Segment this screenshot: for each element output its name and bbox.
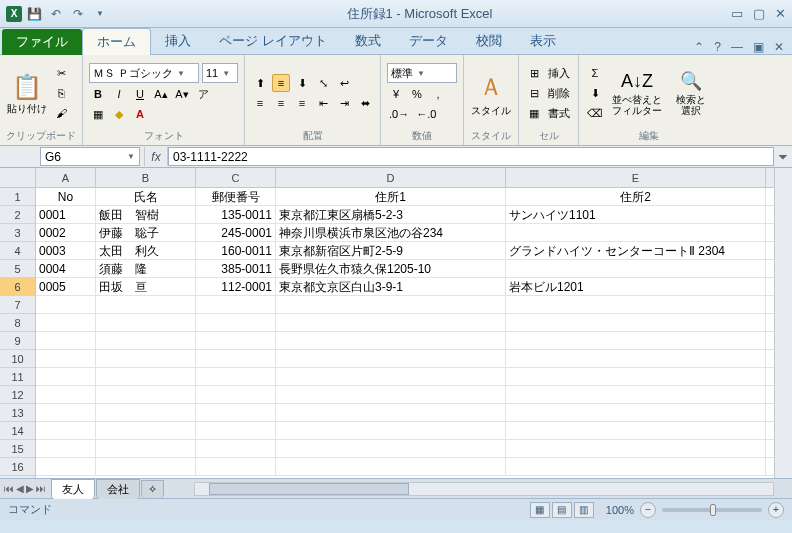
cell[interactable]: 郵便番号 — [196, 188, 276, 205]
border-icon[interactable]: ▦ — [89, 105, 107, 123]
cell[interactable] — [276, 332, 506, 349]
row-header[interactable]: 15 — [0, 440, 35, 458]
qat-dropdown-icon[interactable]: ▼ — [92, 6, 108, 22]
cell[interactable]: 須藤 隆 — [96, 260, 196, 277]
cell[interactable]: 東京都文京区白山3-9-1 — [276, 278, 506, 295]
cell[interactable] — [276, 314, 506, 331]
help-icon[interactable]: ? — [714, 40, 721, 54]
cell[interactable] — [196, 350, 276, 367]
styles-button[interactable]: Ａ スタイル — [470, 63, 512, 123]
zoom-out-button[interactable]: − — [640, 502, 656, 518]
close-button[interactable]: ✕ — [775, 6, 786, 21]
page-layout-view-icon[interactable]: ▤ — [552, 502, 572, 518]
decrease-font-icon[interactable]: A▾ — [173, 85, 191, 103]
delete-cells-button[interactable]: 削除 — [546, 84, 572, 102]
cell[interactable]: グランドハイツ・センターコートⅡ 2304 — [506, 242, 766, 259]
find-select-button[interactable]: 🔍 検索と 選択 — [669, 63, 713, 123]
page-break-view-icon[interactable]: ▥ — [574, 502, 594, 518]
cell[interactable] — [36, 386, 96, 403]
tab-4[interactable]: データ — [395, 28, 462, 55]
italic-button[interactable]: I — [110, 85, 128, 103]
cell[interactable] — [196, 458, 276, 475]
row-header[interactable]: 5 — [0, 260, 35, 278]
tab-1[interactable]: 挿入 — [151, 28, 205, 55]
cell[interactable] — [36, 296, 96, 313]
percent-icon[interactable]: % — [408, 85, 426, 103]
fill-color-icon[interactable]: ◆ — [110, 105, 128, 123]
cell[interactable] — [36, 440, 96, 457]
tab-0[interactable]: ホーム — [82, 28, 151, 55]
decrease-indent-icon[interactable]: ⇤ — [314, 94, 332, 112]
cell[interactable] — [276, 350, 506, 367]
cell[interactable]: サンハイツ1101 — [506, 206, 766, 223]
workbook-restore-icon[interactable]: ▣ — [753, 40, 764, 54]
delete-cells-icon[interactable]: ⊟ — [525, 84, 543, 102]
cell[interactable] — [96, 422, 196, 439]
row-header[interactable]: 3 — [0, 224, 35, 242]
maximize-button[interactable]: ▢ — [753, 6, 765, 21]
redo-icon[interactable]: ↷ — [70, 6, 86, 22]
row-header[interactable]: 10 — [0, 350, 35, 368]
copy-icon[interactable]: ⎘ — [52, 84, 70, 102]
font-name-combo[interactable]: ＭＳ Ｐゴシック▼ — [89, 63, 199, 83]
cell[interactable] — [96, 458, 196, 475]
row-header[interactable]: 13 — [0, 404, 35, 422]
align-left-icon[interactable]: ≡ — [251, 94, 269, 112]
cell[interactable]: 0003 — [36, 242, 96, 259]
number-format-combo[interactable]: 標準▼ — [387, 63, 457, 83]
new-sheet-button[interactable]: ✧ — [141, 480, 164, 498]
sheet-nav-first-icon[interactable]: ⏮ — [4, 483, 14, 494]
cell[interactable] — [96, 350, 196, 367]
cell[interactable] — [36, 368, 96, 385]
formula-input[interactable]: 03-1111-2222 — [168, 147, 774, 166]
orientation-icon[interactable]: ⤡ — [314, 74, 332, 92]
cell[interactable] — [96, 296, 196, 313]
decrease-decimal-icon[interactable]: ←.0 — [414, 105, 438, 123]
column-header[interactable]: E — [506, 168, 766, 187]
sheet-tab[interactable]: 会社 — [96, 479, 140, 499]
row-header[interactable]: 11 — [0, 368, 35, 386]
cell[interactable] — [196, 296, 276, 313]
cell[interactable] — [276, 422, 506, 439]
align-right-icon[interactable]: ≡ — [293, 94, 311, 112]
align-top-icon[interactable]: ⬆ — [251, 74, 269, 92]
row-header[interactable]: 2 — [0, 206, 35, 224]
cell[interactable] — [276, 404, 506, 421]
paste-button[interactable]: 📋 貼り付け — [6, 63, 48, 123]
tab-file[interactable]: ファイル — [2, 29, 82, 55]
tab-5[interactable]: 校閲 — [462, 28, 516, 55]
cell[interactable] — [506, 368, 766, 385]
cell[interactable] — [196, 440, 276, 457]
cell[interactable] — [276, 386, 506, 403]
ribbon-minimize-icon[interactable]: ⌃ — [694, 40, 704, 54]
cell[interactable] — [96, 404, 196, 421]
underline-button[interactable]: U — [131, 85, 149, 103]
cell[interactable]: 0005 — [36, 278, 96, 295]
autosum-icon[interactable]: Σ — [585, 64, 605, 82]
comma-icon[interactable]: , — [429, 85, 447, 103]
cell[interactable] — [36, 422, 96, 439]
cell[interactable] — [96, 440, 196, 457]
sheet-nav-prev-icon[interactable]: ◀ — [16, 483, 24, 494]
cell[interactable]: 住所2 — [506, 188, 766, 205]
sheet-nav-last-icon[interactable]: ⏭ — [36, 483, 46, 494]
zoom-level[interactable]: 100% — [606, 504, 634, 516]
zoom-slider[interactable] — [662, 508, 762, 512]
cell[interactable]: 0002 — [36, 224, 96, 241]
align-bottom-icon[interactable]: ⬇ — [293, 74, 311, 92]
increase-font-icon[interactable]: A▴ — [152, 85, 170, 103]
tab-6[interactable]: 表示 — [516, 28, 570, 55]
cell[interactable]: 160-0011 — [196, 242, 276, 259]
cell[interactable] — [506, 422, 766, 439]
select-all-corner[interactable] — [0, 168, 35, 188]
cell[interactable] — [96, 332, 196, 349]
row-header[interactable]: 4 — [0, 242, 35, 260]
cell[interactable] — [506, 386, 766, 403]
cell[interactable]: 岩本ビル1201 — [506, 278, 766, 295]
save-icon[interactable]: 💾 — [26, 6, 42, 22]
undo-icon[interactable]: ↶ — [48, 6, 64, 22]
row-header[interactable]: 12 — [0, 386, 35, 404]
cell[interactable] — [506, 260, 766, 277]
vertical-scrollbar[interactable] — [774, 168, 792, 478]
format-cells-button[interactable]: 書式 — [546, 104, 572, 122]
